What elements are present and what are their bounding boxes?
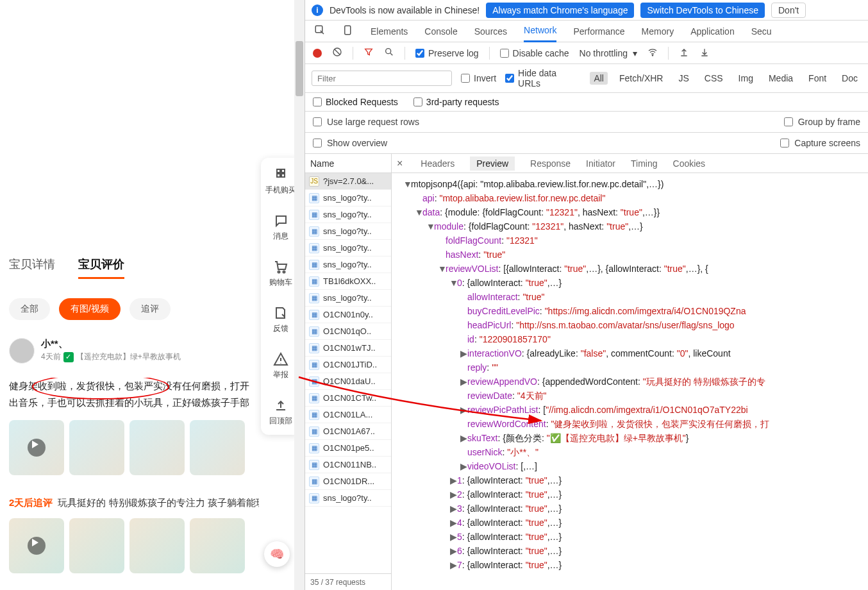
blocked-requests-checkbox[interactable]: Blocked Requests xyxy=(313,97,398,107)
devtools-tab-console[interactable]: Console xyxy=(424,21,457,42)
filter-type-css[interactable]: CSS xyxy=(701,72,727,85)
filter-type-all[interactable]: All xyxy=(590,72,608,85)
request-row[interactable]: ▦sns_logo?ty.. xyxy=(305,257,391,273)
svg-rect-1 xyxy=(281,169,285,173)
wifi-icon[interactable] xyxy=(647,47,658,59)
devtools-tab-application[interactable]: Application xyxy=(690,21,735,42)
devtools-tab-performance[interactable]: Performance xyxy=(573,21,624,42)
append-tag: 2天后追评 xyxy=(9,497,53,508)
filter-type-js[interactable]: JS xyxy=(674,72,692,85)
thumb-image[interactable] xyxy=(129,518,185,573)
download-icon[interactable] xyxy=(699,47,710,59)
review-thumbs xyxy=(9,420,259,475)
thumb-image[interactable] xyxy=(129,420,185,475)
filter-append[interactable]: 追评 xyxy=(129,298,171,320)
capture-screens-checkbox[interactable]: Capture screens xyxy=(780,138,860,148)
network-body: Name JS?jsv=2.7.0&...▦sns_logo?ty..▦sns_… xyxy=(305,154,868,590)
request-row[interactable]: ▦O1CN011NB.. xyxy=(305,457,391,473)
request-row[interactable]: ▦sns_logo?ty.. xyxy=(305,490,391,507)
record-button[interactable] xyxy=(313,49,322,58)
request-row[interactable]: ▦O1CN01daU.. xyxy=(305,373,391,390)
preserve-log-checkbox[interactable]: Preserve log xyxy=(415,48,479,58)
filter-all[interactable]: 全部 xyxy=(9,298,50,320)
devtools-tab-network[interactable]: Network xyxy=(524,21,556,42)
verify-badge-icon: ✓ xyxy=(63,352,74,362)
request-row[interactable]: ▦O1CN01A67.. xyxy=(305,423,391,440)
thumb-image[interactable] xyxy=(190,420,245,475)
group-frame-checkbox[interactable]: Group by frame xyxy=(784,117,860,127)
request-row[interactable]: ▦O1CN01n0y.. xyxy=(305,307,391,323)
review-line2: 出音乐，手也可以去抓挂着的小玩具，正好锻炼孩子手部 xyxy=(9,394,259,411)
detail-tab-timing[interactable]: Timing xyxy=(631,158,658,169)
request-row[interactable]: ▦O1CN01pe5.. xyxy=(305,440,391,457)
detail-tab-initiator[interactable]: Initiator xyxy=(586,158,615,169)
page-scrollbar[interactable] xyxy=(294,0,305,590)
thirdparty-checkbox[interactable]: 3rd-party requests xyxy=(413,97,499,107)
dont-switch-button[interactable]: Don't xyxy=(771,3,806,18)
request-row[interactable]: ▦sns_logo?ty.. xyxy=(305,290,391,307)
request-row[interactable]: ▦sns_logo?ty.. xyxy=(305,190,391,206)
hide-dataurls-checkbox[interactable]: Hide data URLs xyxy=(505,68,581,88)
thumb-image[interactable] xyxy=(69,420,124,475)
filter-icon[interactable] xyxy=(363,47,374,59)
match-language-button[interactable]: Always match Chrome's language xyxy=(486,3,634,18)
large-rows-checkbox[interactable]: Use large request rows xyxy=(313,117,419,127)
request-row[interactable]: ▦O1CN01LA... xyxy=(305,407,391,423)
tab-reviews[interactable]: 宝贝评价 xyxy=(78,257,124,279)
devtools-tab-secu[interactable]: Secu xyxy=(751,21,772,42)
request-row[interactable]: ▦O1CN01qO.. xyxy=(305,323,391,340)
clear-icon[interactable] xyxy=(332,47,342,59)
throttling-select[interactable]: No throttling ▾ xyxy=(580,48,637,58)
request-row[interactable]: JS?jsv=2.7.0&... xyxy=(305,173,391,190)
request-detail-column: × HeadersPreviewResponseInitiatorTimingC… xyxy=(392,154,868,590)
request-row[interactable]: ▦sns_logo?ty.. xyxy=(305,206,391,223)
review-line1: 健身架收到啦，发货很快，包装严实没有任何磨损，打开 xyxy=(9,380,249,391)
network-options-row2: Show overview Capture screens xyxy=(305,133,868,154)
request-row[interactable]: ▦sns_logo?ty.. xyxy=(305,240,391,257)
request-row[interactable]: ▦TB1l6dkOXX.. xyxy=(305,273,391,290)
filter-media[interactable]: 有图/视频 xyxy=(59,298,121,320)
devtools-tab-elements[interactable]: Elements xyxy=(371,21,408,42)
request-footer: 35 / 37 requests xyxy=(305,573,391,590)
thumb-image[interactable] xyxy=(69,518,124,573)
svg-rect-0 xyxy=(277,169,280,173)
close-icon[interactable]: × xyxy=(397,158,403,169)
filter-type-img[interactable]: Img xyxy=(735,72,757,85)
filter-type-font[interactable]: Font xyxy=(805,72,830,85)
request-row[interactable]: ▦sns_logo?ty.. xyxy=(305,223,391,240)
thumb-video[interactable] xyxy=(9,420,64,475)
request-list-header[interactable]: Name xyxy=(305,154,391,173)
detail-tab-preview[interactable]: Preview xyxy=(470,156,515,171)
detail-tab-response[interactable]: Response xyxy=(530,158,571,169)
filter-type-doc[interactable]: Doc xyxy=(838,72,862,85)
detail-tab-cookies[interactable]: Cookies xyxy=(673,158,706,169)
network-options-row1: Use large request rows Group by frame xyxy=(305,112,868,133)
filter-input[interactable] xyxy=(312,71,452,86)
tab-detail[interactable]: 宝贝详情 xyxy=(9,257,55,279)
request-row[interactable]: ▦O1CN01JTiD.. xyxy=(305,357,391,373)
filter-type-fetch-xhr[interactable]: Fetch/XHR xyxy=(615,72,667,85)
thumb-image[interactable] xyxy=(9,518,64,573)
device-icon[interactable] xyxy=(342,24,354,38)
inspect-icon[interactable] xyxy=(314,24,326,38)
request-list[interactable]: JS?jsv=2.7.0&...▦sns_logo?ty..▦sns_logo?… xyxy=(305,173,391,573)
svg-rect-7 xyxy=(345,26,351,35)
request-row[interactable]: ▦O1CN01DR... xyxy=(305,473,391,490)
show-overview-checkbox[interactable]: Show overview xyxy=(313,138,387,148)
request-row[interactable]: ▦O1CN01CTw.. xyxy=(305,390,391,407)
upload-icon[interactable] xyxy=(679,47,689,59)
devtools-tab-sources[interactable]: Sources xyxy=(474,21,507,42)
ai-assistant-button[interactable]: 🧠 xyxy=(264,541,290,567)
invert-checkbox[interactable]: Invert xyxy=(461,73,496,83)
response-preview[interactable]: ▼mtopjsonp4({api: "mtop.alibaba.review.l… xyxy=(392,173,868,590)
disable-cache-checkbox[interactable]: Disable cache xyxy=(500,48,569,58)
filter-type-media[interactable]: Media xyxy=(765,72,797,85)
thumb-image[interactable] xyxy=(190,518,245,573)
review-sku: 【遥控充电款】绿+早教故事机 xyxy=(76,351,181,362)
avatar[interactable] xyxy=(9,338,35,364)
search-icon[interactable] xyxy=(384,47,394,59)
detail-tab-headers[interactable]: Headers xyxy=(421,158,455,169)
request-row[interactable]: ▦O1CN01wTJ.. xyxy=(305,340,391,357)
switch-language-button[interactable]: Switch DevTools to Chinese xyxy=(640,3,765,18)
devtools-tab-memory[interactable]: Memory xyxy=(642,21,674,42)
